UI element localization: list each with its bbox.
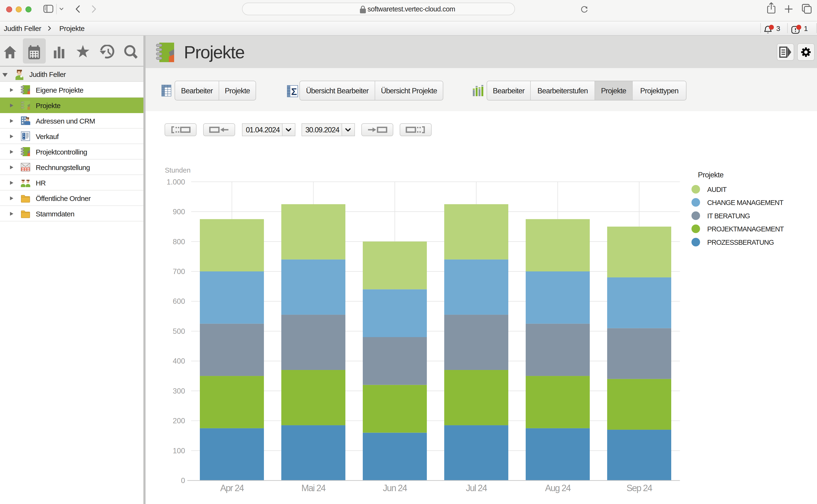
svg-text:500: 500 [173,327,185,335]
svg-text:400: 400 [173,357,185,365]
svg-text:Apr 24: Apr 24 [220,483,244,493]
svg-text:Sep 24: Sep 24 [627,483,652,493]
svg-text:600: 600 [173,297,185,305]
svg-text:700: 700 [173,267,185,276]
svg-text:Jul 24: Jul 24 [466,483,487,493]
svg-text:900: 900 [173,208,185,216]
svg-text:300: 300 [173,387,185,395]
svg-text:Stunden: Stunden [165,166,190,174]
svg-text:Mai 24: Mai 24 [301,483,325,493]
svg-text:0: 0 [181,476,185,485]
svg-text:800: 800 [173,238,185,246]
svg-text:Aug 24: Aug 24 [545,483,571,493]
svg-text:Jun 24: Jun 24 [383,483,407,493]
svg-text:200: 200 [173,417,185,425]
svg-text:1.000: 1.000 [166,178,185,186]
svg-text:100: 100 [173,447,185,455]
